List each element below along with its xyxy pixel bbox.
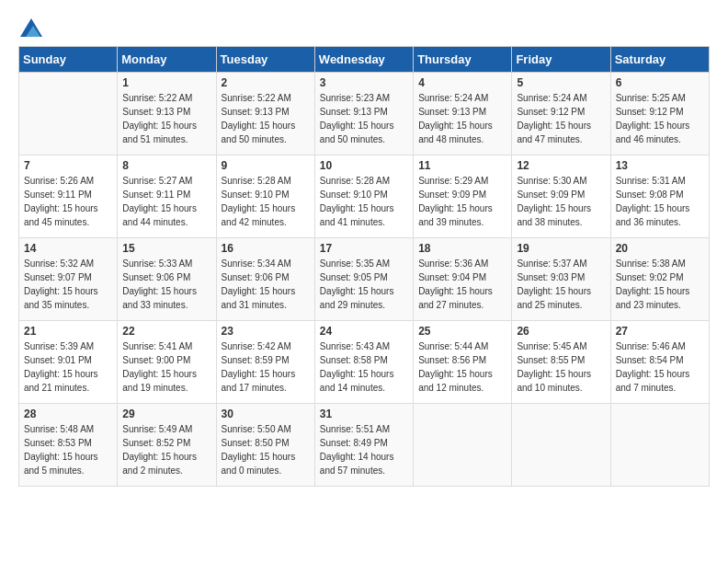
calendar-week-4: 21Sunrise: 5:39 AM Sunset: 9:01 PM Dayli… (19, 321, 710, 404)
calendar-cell: 12Sunrise: 5:30 AM Sunset: 9:09 PM Dayli… (512, 155, 610, 238)
calendar-cell: 20Sunrise: 5:38 AM Sunset: 9:02 PM Dayli… (610, 238, 709, 321)
calendar-cell: 4Sunrise: 5:24 AM Sunset: 9:13 PM Daylig… (414, 73, 512, 155)
calendar-cell: 7Sunrise: 5:26 AM Sunset: 9:11 PM Daylig… (19, 155, 118, 238)
day-info: Sunrise: 5:29 AM Sunset: 9:09 PM Dayligh… (418, 174, 506, 229)
calendar-cell: 30Sunrise: 5:50 AM Sunset: 8:50 PM Dayli… (216, 404, 314, 487)
day-number: 13 (616, 159, 704, 172)
day-number: 14 (24, 242, 112, 255)
calendar-week-3: 14Sunrise: 5:32 AM Sunset: 9:07 PM Dayli… (19, 238, 710, 321)
calendar-cell: 25Sunrise: 5:44 AM Sunset: 8:56 PM Dayli… (414, 321, 512, 404)
calendar-cell: 28Sunrise: 5:48 AM Sunset: 8:53 PM Dayli… (19, 404, 118, 487)
day-info: Sunrise: 5:31 AM Sunset: 9:08 PM Dayligh… (616, 174, 704, 229)
header-day-tuesday: Tuesday (216, 47, 314, 73)
day-number: 7 (24, 159, 112, 172)
header-day-monday: Monday (118, 47, 216, 73)
day-number: 30 (222, 408, 310, 420)
day-number: 25 (418, 325, 506, 338)
calendar-cell: 21Sunrise: 5:39 AM Sunset: 9:01 PM Dayli… (19, 321, 118, 404)
day-info: Sunrise: 5:24 AM Sunset: 9:13 PM Dayligh… (418, 91, 506, 146)
calendar-week-5: 28Sunrise: 5:48 AM Sunset: 8:53 PM Dayli… (19, 404, 710, 487)
calendar-cell (19, 73, 118, 155)
calendar-header: SundayMondayTuesdayWednesdayThursdayFrid… (19, 47, 710, 73)
day-info: Sunrise: 5:27 AM Sunset: 9:11 PM Dayligh… (122, 174, 210, 229)
day-number: 20 (616, 242, 704, 255)
calendar-cell: 16Sunrise: 5:34 AM Sunset: 9:06 PM Dayli… (216, 238, 314, 321)
calendar-cell: 19Sunrise: 5:37 AM Sunset: 9:03 PM Dayli… (512, 238, 610, 321)
day-number: 3 (320, 76, 408, 89)
day-info: Sunrise: 5:33 AM Sunset: 9:06 PM Dayligh… (122, 257, 210, 312)
calendar-cell (610, 404, 709, 487)
day-number: 17 (320, 242, 408, 255)
day-info: Sunrise: 5:46 AM Sunset: 8:54 PM Dayligh… (616, 339, 704, 395)
calendar-cell (512, 404, 610, 487)
day-number: 4 (418, 76, 506, 89)
day-number: 21 (24, 325, 112, 338)
day-number: 18 (418, 242, 506, 255)
calendar-cell: 14Sunrise: 5:32 AM Sunset: 9:07 PM Dayli… (19, 238, 118, 321)
day-number: 22 (122, 325, 210, 338)
calendar-cell: 29Sunrise: 5:49 AM Sunset: 8:52 PM Dayli… (118, 404, 216, 487)
day-info: Sunrise: 5:28 AM Sunset: 9:10 PM Dayligh… (222, 174, 310, 229)
calendar-cell: 11Sunrise: 5:29 AM Sunset: 9:09 PM Dayli… (414, 155, 512, 238)
page-header (18, 18, 710, 37)
day-number: 8 (122, 159, 210, 172)
calendar-cell: 18Sunrise: 5:36 AM Sunset: 9:04 PM Dayli… (414, 238, 512, 321)
calendar-cell: 8Sunrise: 5:27 AM Sunset: 9:11 PM Daylig… (118, 155, 216, 238)
day-number: 24 (320, 325, 408, 338)
day-number: 10 (320, 159, 408, 172)
day-info: Sunrise: 5:42 AM Sunset: 8:59 PM Dayligh… (222, 339, 310, 395)
calendar-table: SundayMondayTuesdayWednesdayThursdayFrid… (18, 46, 710, 487)
day-info: Sunrise: 5:45 AM Sunset: 8:55 PM Dayligh… (517, 339, 605, 395)
day-number: 2 (222, 76, 310, 89)
day-info: Sunrise: 5:22 AM Sunset: 9:13 PM Dayligh… (122, 91, 210, 146)
calendar-cell: 5Sunrise: 5:24 AM Sunset: 9:12 PM Daylig… (512, 73, 610, 155)
day-number: 9 (222, 159, 310, 172)
day-number: 26 (517, 325, 605, 338)
day-info: Sunrise: 5:39 AM Sunset: 9:01 PM Dayligh… (24, 339, 112, 395)
day-info: Sunrise: 5:25 AM Sunset: 9:12 PM Dayligh… (616, 91, 704, 146)
calendar-cell: 2Sunrise: 5:22 AM Sunset: 9:13 PM Daylig… (216, 73, 314, 155)
calendar-cell: 31Sunrise: 5:51 AM Sunset: 8:49 PM Dayli… (314, 404, 413, 487)
calendar-week-1: 1Sunrise: 5:22 AM Sunset: 9:13 PM Daylig… (19, 73, 710, 155)
day-number: 28 (24, 408, 112, 420)
day-number: 1 (122, 76, 210, 89)
day-info: Sunrise: 5:38 AM Sunset: 9:02 PM Dayligh… (616, 257, 704, 312)
header-day-friday: Friday (512, 47, 610, 73)
calendar-cell: 13Sunrise: 5:31 AM Sunset: 9:08 PM Dayli… (610, 155, 709, 238)
day-number: 6 (616, 76, 704, 89)
calendar-week-2: 7Sunrise: 5:26 AM Sunset: 9:11 PM Daylig… (19, 155, 710, 238)
day-info: Sunrise: 5:34 AM Sunset: 9:06 PM Dayligh… (222, 257, 310, 312)
calendar-cell: 3Sunrise: 5:23 AM Sunset: 9:13 PM Daylig… (314, 73, 413, 155)
day-number: 31 (320, 408, 408, 420)
calendar-cell: 23Sunrise: 5:42 AM Sunset: 8:59 PM Dayli… (216, 321, 314, 404)
day-number: 16 (222, 242, 310, 255)
day-number: 19 (517, 242, 605, 255)
day-info: Sunrise: 5:44 AM Sunset: 8:56 PM Dayligh… (418, 339, 506, 395)
day-info: Sunrise: 5:23 AM Sunset: 9:13 PM Dayligh… (320, 91, 408, 146)
header-day-thursday: Thursday (414, 47, 512, 73)
header-row: SundayMondayTuesdayWednesdayThursdayFrid… (19, 47, 710, 73)
day-info: Sunrise: 5:43 AM Sunset: 8:58 PM Dayligh… (320, 339, 408, 395)
calendar-cell: 24Sunrise: 5:43 AM Sunset: 8:58 PM Dayli… (314, 321, 413, 404)
day-number: 12 (517, 159, 605, 172)
day-info: Sunrise: 5:24 AM Sunset: 9:12 PM Dayligh… (517, 91, 605, 146)
header-day-saturday: Saturday (610, 47, 709, 73)
day-info: Sunrise: 5:37 AM Sunset: 9:03 PM Dayligh… (517, 257, 605, 312)
calendar-cell: 27Sunrise: 5:46 AM Sunset: 8:54 PM Dayli… (610, 321, 709, 404)
day-info: Sunrise: 5:36 AM Sunset: 9:04 PM Dayligh… (418, 257, 506, 312)
day-info: Sunrise: 5:32 AM Sunset: 9:07 PM Dayligh… (24, 257, 112, 312)
header-day-wednesday: Wednesday (314, 47, 413, 73)
header-day-sunday: Sunday (19, 47, 118, 73)
calendar-cell: 9Sunrise: 5:28 AM Sunset: 9:10 PM Daylig… (216, 155, 314, 238)
day-info: Sunrise: 5:51 AM Sunset: 8:49 PM Dayligh… (320, 422, 408, 477)
day-number: 29 (122, 408, 210, 420)
day-info: Sunrise: 5:28 AM Sunset: 9:10 PM Dayligh… (320, 174, 408, 229)
calendar-cell: 10Sunrise: 5:28 AM Sunset: 9:10 PM Dayli… (314, 155, 413, 238)
day-info: Sunrise: 5:35 AM Sunset: 9:05 PM Dayligh… (320, 257, 408, 312)
day-number: 27 (616, 325, 704, 338)
calendar-cell (414, 404, 512, 487)
calendar-cell: 26Sunrise: 5:45 AM Sunset: 8:55 PM Dayli… (512, 321, 610, 404)
calendar-cell: 22Sunrise: 5:41 AM Sunset: 9:00 PM Dayli… (118, 321, 216, 404)
day-info: Sunrise: 5:41 AM Sunset: 9:00 PM Dayligh… (122, 339, 210, 395)
calendar-cell: 6Sunrise: 5:25 AM Sunset: 9:12 PM Daylig… (610, 73, 709, 155)
